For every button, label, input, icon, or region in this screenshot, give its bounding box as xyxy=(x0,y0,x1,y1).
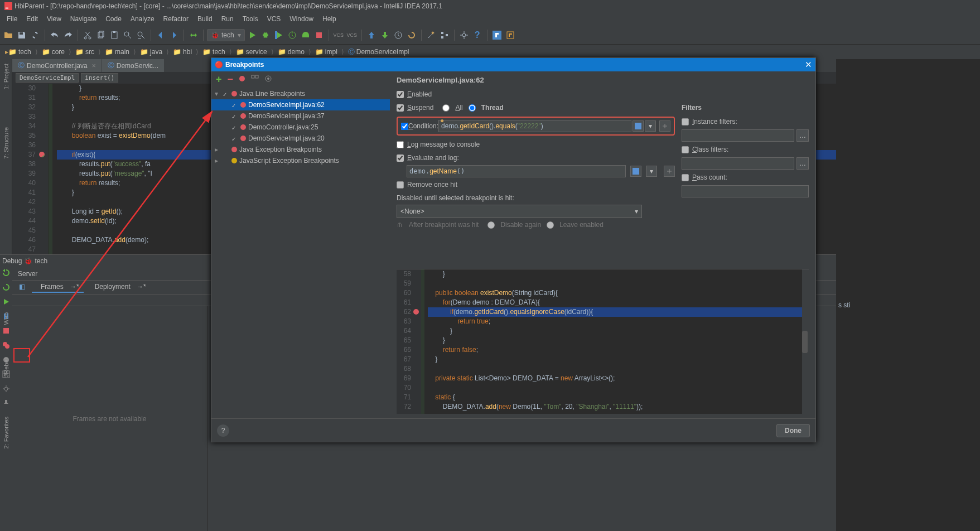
project-tab[interactable]: 1: Project xyxy=(3,61,9,91)
jrebel-icon[interactable] xyxy=(491,29,503,41)
rerun-update-icon[interactable] xyxy=(1,282,12,293)
back-icon[interactable] xyxy=(155,29,167,41)
class-filters-checkbox[interactable] xyxy=(682,146,689,153)
bc-src[interactable]: 📁src xyxy=(74,47,96,56)
bp-dot-icon[interactable] xyxy=(239,75,245,84)
pass-count-checkbox[interactable] xyxy=(682,174,689,181)
enabled-checkbox[interactable] xyxy=(397,91,404,98)
frames-subtab[interactable]: Frames →* xyxy=(32,282,84,293)
tree-item-1[interactable]: DemoServiceImpl.java:37 xyxy=(211,110,390,122)
vcs-icon-2[interactable]: VCS xyxy=(346,29,358,41)
run-configuration-selector[interactable]: 🐞 tech ▾ xyxy=(207,29,245,41)
menu-run[interactable]: Run xyxy=(217,14,238,24)
bc-core[interactable]: 📁core xyxy=(40,47,66,56)
find-icon[interactable] xyxy=(122,29,134,41)
menu-build[interactable]: Build xyxy=(193,14,217,24)
open-icon[interactable] xyxy=(2,29,15,41)
suspend-checkbox[interactable] xyxy=(397,104,404,112)
save-icon[interactable] xyxy=(16,29,28,41)
attach-icon[interactable] xyxy=(300,29,312,41)
editor-tab-0[interactable]: ⒸDemoController.java× xyxy=(12,59,102,72)
bp-tree[interactable]: ▾Java Line Breakpoints DemoServiceImpl.j… xyxy=(211,87,390,418)
group-by-icon[interactable] xyxy=(251,75,259,84)
eval-lang-icon[interactable] xyxy=(630,166,641,177)
remove-bp-icon[interactable]: − xyxy=(228,74,234,85)
pass-count-input[interactable] xyxy=(682,185,809,197)
bc-demo[interactable]: 📁demo xyxy=(276,47,306,56)
tree-item-3[interactable]: DemoServiceImpl.java:20 xyxy=(211,133,390,144)
bp-preview-editor[interactable]: 585960616263646566676869707172 } public … xyxy=(397,269,809,414)
debug-icon[interactable] xyxy=(259,29,272,41)
remove-once-checkbox[interactable] xyxy=(397,181,404,189)
disabled-until-select[interactable]: <None>▾ xyxy=(397,205,642,218)
close-icon[interactable]: × xyxy=(92,62,96,70)
jrebel-tab[interactable]: JRebel xyxy=(3,358,9,377)
menu-help[interactable]: Help xyxy=(318,14,341,24)
eval-checkbox[interactable] xyxy=(397,155,404,162)
instance-filters-checkbox[interactable] xyxy=(682,118,689,125)
tree-item-2[interactable]: DemoController.java:25 xyxy=(211,122,390,133)
menu-code[interactable]: Code xyxy=(101,14,126,24)
eval-input[interactable]: demo.getName() xyxy=(407,165,626,177)
dialog-help-icon[interactable]: ? xyxy=(217,424,229,437)
crumb-class[interactable]: DemoServiceImpl xyxy=(16,73,79,83)
tree-js-exc[interactable]: ▸JavaScript Exception Breakpoints xyxy=(211,155,390,166)
profile-icon[interactable] xyxy=(286,29,298,41)
menu-edit[interactable]: Edit xyxy=(22,14,42,24)
settings-icon[interactable] xyxy=(458,29,470,41)
instance-filters-btn[interactable]: … xyxy=(796,129,809,142)
stop-icon[interactable] xyxy=(313,29,325,41)
bc-tech2[interactable]: 📁tech xyxy=(201,47,227,56)
bc-impl[interactable]: 📁impl xyxy=(313,47,339,56)
menu-tools[interactable]: Tools xyxy=(238,14,263,24)
structure-icon[interactable] xyxy=(438,29,451,41)
cond-expand-icon[interactable] xyxy=(659,120,670,132)
help-icon[interactable]: ? xyxy=(471,29,484,41)
dialog-close-icon[interactable]: ✕ xyxy=(805,60,812,70)
tree-item-0[interactable]: DemoServiceImpl.java:62 xyxy=(211,99,390,110)
eval-dropdown-icon[interactable]: ▾ xyxy=(646,166,657,177)
revert-icon[interactable] xyxy=(405,29,418,41)
menu-view[interactable]: View xyxy=(42,14,66,24)
bc-service[interactable]: 📁service xyxy=(234,47,269,56)
wand-icon[interactable] xyxy=(425,29,437,41)
run-icon[interactable] xyxy=(246,29,258,41)
all-radio[interactable] xyxy=(442,104,450,112)
vcs-icon[interactable]: VCS xyxy=(332,29,345,41)
menu-vcs[interactable]: VCS xyxy=(263,14,286,24)
dialog-titlebar[interactable]: 🔴 Breakpoints ✕ xyxy=(211,58,815,71)
menu-window[interactable]: Window xyxy=(285,14,318,24)
server-tab[interactable]: Server xyxy=(12,268,43,279)
update-icon[interactable] xyxy=(365,29,378,41)
add-bp-icon[interactable]: + xyxy=(216,74,222,85)
commit-icon[interactable] xyxy=(379,29,391,41)
paste-icon[interactable] xyxy=(108,29,120,41)
cond-dropdown-icon[interactable]: ▾ xyxy=(645,120,656,132)
menu-analyze[interactable]: Analyze xyxy=(126,14,159,24)
structure-tab[interactable]: 7: Structure xyxy=(3,125,9,161)
done-button[interactable]: Done xyxy=(776,424,810,437)
undo-icon[interactable] xyxy=(49,29,61,41)
resume-icon[interactable] xyxy=(1,296,12,307)
instance-filters-input[interactable] xyxy=(682,129,794,142)
menu-navigate[interactable]: Navigate xyxy=(66,14,101,24)
favorites-tab[interactable]: 2: Favorites xyxy=(3,417,9,448)
filter-icon[interactable] xyxy=(264,75,272,84)
bc-tech[interactable]: ▸📁tech xyxy=(3,47,33,56)
class-filters-input[interactable] xyxy=(682,157,794,170)
forward-icon[interactable] xyxy=(168,29,180,41)
condition-input[interactable]: ●demo.getIdCard().equals("22222") xyxy=(438,120,631,132)
rerun-icon[interactable] xyxy=(1,267,12,278)
class-filters-btn[interactable]: … xyxy=(796,157,809,170)
bc-java[interactable]: 📁java xyxy=(138,47,164,56)
thread-radio[interactable] xyxy=(469,104,476,112)
coverage-icon[interactable] xyxy=(273,29,285,41)
jrebel-icon-2[interactable] xyxy=(504,29,516,41)
menu-refactor[interactable]: Refactor xyxy=(159,14,193,24)
condition-checkbox[interactable] xyxy=(401,123,408,130)
replace-icon[interactable] xyxy=(135,29,147,41)
tree-java-line[interactable]: ▾Java Line Breakpoints xyxy=(211,88,390,99)
cut-icon[interactable] xyxy=(81,29,94,41)
tree-java-exc[interactable]: ▸Java Exception Breakpoints xyxy=(211,144,390,155)
eval-expand-icon[interactable] xyxy=(664,166,675,177)
